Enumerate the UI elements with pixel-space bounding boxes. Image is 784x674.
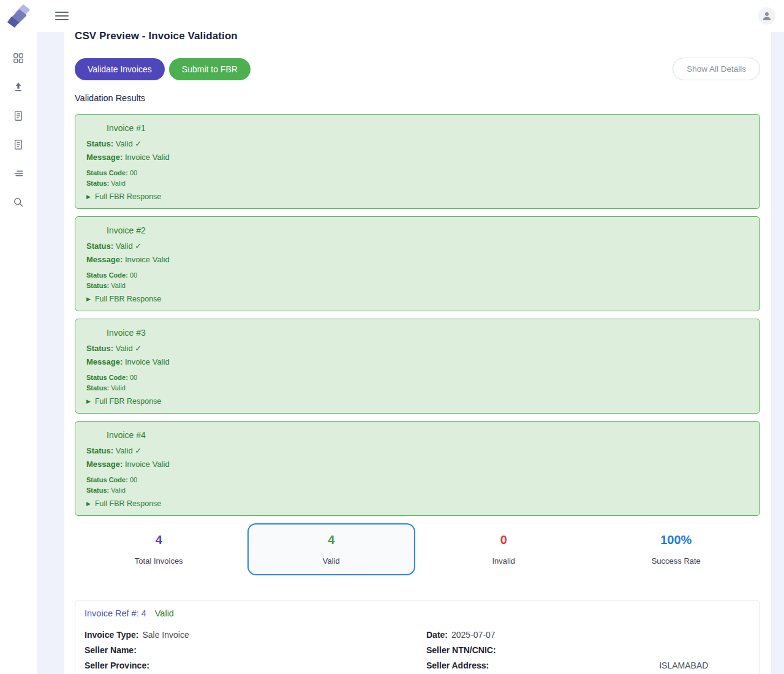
csv-preview-card: CSV Preview - Invoice Validation Validat… <box>64 20 771 674</box>
status-small-value: Valid <box>111 282 126 289</box>
user-avatar-icon <box>761 10 773 22</box>
stat-invalid: 0 Invalid <box>420 523 588 575</box>
field-label: Date: <box>426 630 448 640</box>
status-small-label: Status: <box>86 282 109 289</box>
status-small-line: Status: Valid <box>86 487 748 494</box>
invoice-result-card: Invoice #2 Status: Valid ✓ Message: Invo… <box>75 216 760 311</box>
invoice-card-title: Invoice #4 <box>107 430 748 440</box>
status-label: Status: <box>86 139 113 148</box>
message-value: Invoice Valid <box>125 460 170 469</box>
stat-valid-value: 4 <box>328 533 334 547</box>
full-fbr-response-toggle[interactable]: ▶Full FBR Response <box>86 295 748 303</box>
field-seller-name: Seller Name: <box>85 645 426 661</box>
status-value: Valid ✓ <box>116 241 141 251</box>
message-value: Invoice Valid <box>125 153 170 162</box>
invoice-result-card: Invoice #4 Status: Valid ✓ Message: Invo… <box>75 421 760 516</box>
status-label: Status: <box>86 344 113 353</box>
message-label: Message: <box>86 357 123 366</box>
status-code-line: Status Code: 00 <box>86 169 748 176</box>
status-code-line: Status Code: 00 <box>86 271 748 279</box>
invoice-result-card: Invoice #3 Status: Valid ✓ Message: Invo… <box>75 319 760 414</box>
status-small-label: Status: <box>86 180 109 187</box>
message-label: Message: <box>86 460 123 469</box>
message-label: Message: <box>86 153 123 162</box>
validation-stats-row: 4 Total Invoices 4 Valid 0 Invalid 100% … <box>75 523 760 575</box>
field-value: 2025-07-07 <box>451 630 496 640</box>
invoice-status-line: Status: Valid ✓ <box>86 139 748 148</box>
topbar <box>0 0 784 32</box>
full-fbr-response-toggle[interactable]: ▶Full FBR Response <box>86 397 748 406</box>
stat-valid-label: Valid <box>323 556 340 566</box>
field-seller-province: Seller Province: <box>85 661 426 674</box>
status-small-line: Status: Valid <box>86 384 748 392</box>
field-label: Seller Name: <box>85 645 137 655</box>
invoice-status-line: Status: Valid ✓ <box>86 344 748 353</box>
invoice-message-line: Message: Invoice Valid <box>86 255 748 264</box>
message-value: Invoice Valid <box>125 255 170 264</box>
upload-icon[interactable] <box>13 81 24 93</box>
field-value: ISLAMABAD <box>659 661 708 670</box>
status-code-label: Status Code: <box>86 374 128 381</box>
show-all-details-button[interactable]: Show All Details <box>673 58 760 80</box>
field-seller-ntn: Seller NTN/CNIC: <box>426 645 750 661</box>
status-value: Valid ✓ <box>116 344 141 353</box>
search-icon[interactable] <box>13 197 24 208</box>
full-fbr-response-label: Full FBR Response <box>95 499 161 508</box>
status-small-line: Status: Valid <box>86 180 748 187</box>
invoice-message-line: Message: Invoice Valid <box>86 460 748 469</box>
app-logo[interactable] <box>0 2 37 29</box>
message-label: Message: <box>86 255 123 264</box>
field-seller-address: Seller Address:ISLAMABAD <box>426 661 750 674</box>
document-icon[interactable] <box>13 110 24 121</box>
field-label: Seller NTN/CNIC: <box>426 645 496 655</box>
full-fbr-response-label: Full FBR Response <box>95 295 161 303</box>
status-small-value: Valid <box>111 384 126 392</box>
detail-right-column: Date:2025-07-07 Seller NTN/CNIC: Seller … <box>426 630 750 674</box>
invoice-result-card: Invoice #1 Status: Valid ✓ Message: Invo… <box>75 114 760 209</box>
detail-left-column: Invoice Type:Sale Invoice Seller Name: S… <box>85 630 426 674</box>
field-value: Sale Invoice <box>142 630 189 640</box>
invoice-message-line: Message: Invoice Valid <box>86 153 748 162</box>
status-code-label: Status Code: <box>86 169 128 176</box>
stat-success-rate: 100% Success Rate <box>592 523 761 575</box>
document-2-icon[interactable] <box>13 139 24 150</box>
invoice-detail-card: Invoice Ref #: 4 Valid Invoice Type:Sale… <box>75 600 760 674</box>
invoice-card-title: Invoice #3 <box>107 328 748 338</box>
expand-triangle-icon: ▶ <box>86 501 91 507</box>
full-fbr-response-label: Full FBR Response <box>95 397 161 406</box>
expand-triangle-icon: ▶ <box>86 398 91 404</box>
status-small-value: Valid <box>111 180 126 187</box>
invoice-detail-grid: Invoice Type:Sale Invoice Seller Name: S… <box>85 630 750 674</box>
validation-results-heading: Validation Results <box>75 93 760 103</box>
expand-triangle-icon: ▶ <box>86 296 91 302</box>
user-avatar[interactable] <box>758 7 775 25</box>
status-small-line: Status: Valid <box>86 282 748 289</box>
status-code-value: 00 <box>130 476 137 483</box>
submit-to-fbr-button[interactable]: Submit to FBR <box>169 58 251 80</box>
invoice-message-line: Message: Invoice Valid <box>86 357 748 366</box>
invoice-results-list: Invoice #1 Status: Valid ✓ Message: Invo… <box>75 114 760 516</box>
status-code-label: Status Code: <box>86 476 128 483</box>
status-value: Valid ✓ <box>116 139 141 148</box>
validate-invoices-button[interactable]: Validate Invoices <box>75 58 165 80</box>
dashboard-grid-icon[interactable] <box>13 53 24 64</box>
full-fbr-response-label: Full FBR Response <box>95 192 161 201</box>
full-fbr-response-toggle[interactable]: ▶Full FBR Response <box>86 192 748 201</box>
stat-valid[interactable]: 4 Valid <box>247 523 416 575</box>
status-code-value: 00 <box>130 271 137 279</box>
sidebar <box>0 32 37 674</box>
status-code-value: 00 <box>130 169 137 176</box>
status-small-label: Status: <box>86 487 109 494</box>
list-lines-icon[interactable] <box>13 168 24 179</box>
field-label: Seller Address: <box>426 661 489 670</box>
status-label: Status: <box>86 241 113 251</box>
field-date: Date:2025-07-07 <box>426 630 750 645</box>
full-fbr-response-toggle[interactable]: ▶Full FBR Response <box>86 499 748 508</box>
status-code-line: Status Code: 00 <box>86 476 748 483</box>
status-small-label: Status: <box>86 384 109 392</box>
app-logo-icon <box>6 2 31 29</box>
invoice-status-line: Status: Valid ✓ <box>86 241 748 251</box>
stat-invalid-value: 0 <box>500 533 507 547</box>
hamburger-menu-icon[interactable] <box>55 12 69 20</box>
main-content: CSV Preview - Invoice Validation Validat… <box>37 0 784 674</box>
